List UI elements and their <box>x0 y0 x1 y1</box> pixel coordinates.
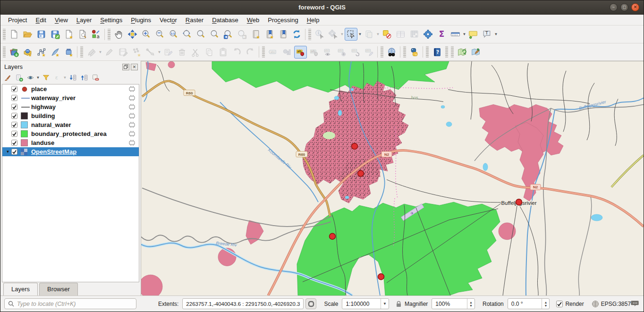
new-project-button[interactable] <box>8 28 20 41</box>
map-canvas[interactable]: ✈ <box>141 61 644 295</box>
toolbar-grip[interactable] <box>80 46 83 58</box>
map-tips-button[interactable] <box>467 28 480 41</box>
add-group-button[interactable]: + <box>14 72 25 83</box>
menu-plugins[interactable]: Plugins <box>127 16 155 25</box>
zoom-to-selection-button[interactable] <box>195 28 207 41</box>
layer-checkbox[interactable] <box>11 86 17 92</box>
select-features-button[interactable] <box>345 28 357 41</box>
layer-row-OpenStreetMap[interactable]: ▼OpenStreetMap <box>2 147 139 156</box>
qosm-plugin-button[interactable] <box>469 46 482 59</box>
scale-combobox[interactable]: 1:100000 ▼ <box>342 298 389 309</box>
undo-button[interactable] <box>230 46 243 59</box>
zoom-to-layer-button[interactable] <box>208 28 221 41</box>
menu-processing[interactable]: Processing <box>264 16 302 25</box>
show-layout-manager-button[interactable] <box>76 28 89 41</box>
current-edits-dropdown[interactable]: ▼ <box>98 50 102 54</box>
layer-row-landuse[interactable]: landuse <box>2 138 139 147</box>
tab-browser[interactable]: Browser <box>39 283 78 295</box>
toolbar-grip[interactable] <box>262 46 265 58</box>
chevron-down-icon[interactable]: ▼ <box>381 299 389 309</box>
memory-layer-icon[interactable] <box>128 95 136 101</box>
collapse-all-button[interactable] <box>79 72 90 83</box>
layer-checkbox[interactable] <box>11 131 17 137</box>
cut-features-button[interactable] <box>189 46 202 59</box>
expand-all-button[interactable] <box>68 72 78 83</box>
render-checkbox[interactable]: Render <box>556 301 584 307</box>
crs-globe-icon[interactable] <box>592 300 599 308</box>
digitize-button[interactable]: ★ <box>130 46 143 59</box>
toggle-editing-button[interactable] <box>103 46 116 59</box>
osm-place-search-button[interactable] <box>385 46 398 59</box>
minimize-button[interactable]: − <box>610 3 618 11</box>
deselect-all-button[interactable] <box>381 28 393 41</box>
pan-to-selection-button[interactable] <box>126 28 139 41</box>
dock-close-icon[interactable]: ✕ <box>131 64 138 70</box>
layer-row-building[interactable]: building <box>2 111 139 120</box>
current-edits-button[interactable] <box>85 46 98 59</box>
processing-toolbox-button[interactable] <box>422 28 434 41</box>
show-bookmarks-button[interactable]: ★ <box>263 28 276 41</box>
spin-arrows-icon[interactable]: ▲▼ <box>467 299 475 309</box>
vertex-tool-dropdown[interactable]: ▼ <box>157 50 161 54</box>
expander-icon[interactable]: ▼ <box>4 150 11 154</box>
style-manager-button[interactable]: a <box>90 28 102 41</box>
text-annotation-button[interactable]: T <box>481 28 493 41</box>
remove-layer-button[interactable] <box>90 72 101 83</box>
menu-raster[interactable]: Raster <box>182 16 207 25</box>
layer-checkbox[interactable] <box>11 95 17 101</box>
layer-checkbox[interactable] <box>11 122 17 128</box>
menu-web[interactable]: Web <box>243 16 263 25</box>
save-project-button[interactable] <box>35 28 48 41</box>
run-feature-action-button[interactable] <box>327 28 339 41</box>
maximize-button[interactable]: ◻ <box>620 3 628 11</box>
select-by-form-button[interactable] <box>363 28 375 41</box>
zoom-full-button[interactable] <box>181 28 194 41</box>
toolbar-grip[interactable] <box>426 46 429 58</box>
zoom-native-button[interactable]: 1:1 <box>167 28 180 41</box>
layer-checkbox[interactable] <box>11 113 17 119</box>
layer-row-waterway_river[interactable]: waterway_river <box>2 93 139 102</box>
rotate-label-button[interactable]: abc <box>349 46 362 59</box>
open-attribute-table-button[interactable] <box>394 28 407 41</box>
memory-layer-icon[interactable] <box>128 113 136 119</box>
delete-selected-button[interactable] <box>176 46 188 59</box>
open-project-button[interactable] <box>21 28 34 41</box>
magnifier-spinbox[interactable]: 100% ▲▼ <box>432 298 475 309</box>
select-by-form-dropdown[interactable]: ▼ <box>376 32 380 36</box>
filter-by-expression-button[interactable]: ε <box>52 72 63 83</box>
title-bar[interactable]: foreword - QGIS − ◻ ✕ <box>0 0 644 15</box>
run-feature-action-dropdown[interactable]: ▼ <box>340 32 344 36</box>
toolbar-grip[interactable] <box>445 46 448 58</box>
menu-help[interactable]: Help <box>303 16 323 25</box>
layer-row-place[interactable]: place <box>2 84 139 93</box>
menu-layer[interactable]: Layer <box>73 16 96 25</box>
pin-labels-button[interactable]: ab <box>294 46 307 59</box>
layer-checkbox[interactable] <box>11 104 17 110</box>
toolbar-grip[interactable] <box>381 46 383 58</box>
new-geopackage-layer-button[interactable]: ★ <box>21 46 34 59</box>
help-contents-button[interactable]: ? <box>431 46 443 59</box>
spin-arrows-icon[interactable]: ▲▼ <box>542 299 549 309</box>
filter-legend-button[interactable] <box>41 72 51 83</box>
change-label-button[interactable]: abc <box>363 46 375 59</box>
statistical-summary-button[interactable] <box>408 28 421 41</box>
layer-labeling-options-button[interactable]: abc <box>267 46 280 59</box>
refresh-button[interactable] <box>290 28 303 41</box>
messages-icon[interactable] <box>631 300 640 307</box>
rotation-spinbox[interactable]: 0.0 ° ▲▼ <box>508 298 550 309</box>
toolbar-grip[interactable] <box>403 46 406 58</box>
layer-diagram-options-button[interactable] <box>280 46 293 59</box>
redo-button[interactable] <box>244 46 257 59</box>
manage-map-themes-dropdown[interactable]: ▼ <box>36 76 40 80</box>
memory-layer-icon[interactable] <box>128 122 136 128</box>
toolbar-grip[interactable] <box>308 29 311 40</box>
menu-project[interactable]: Project <box>4 16 31 25</box>
select-features-dropdown[interactable]: ▼ <box>358 32 362 36</box>
layer-checkbox[interactable] <box>11 149 17 155</box>
new-spatialite-layer-button[interactable]: ★ <box>49 46 61 59</box>
zoom-last-button[interactable]: ◀ <box>222 28 235 41</box>
save-project-as-button[interactable] <box>49 28 61 41</box>
memory-layer-icon[interactable] <box>128 131 136 137</box>
vertex-tool-button[interactable] <box>144 46 157 59</box>
move-label-button[interactable]: abc <box>335 46 348 59</box>
